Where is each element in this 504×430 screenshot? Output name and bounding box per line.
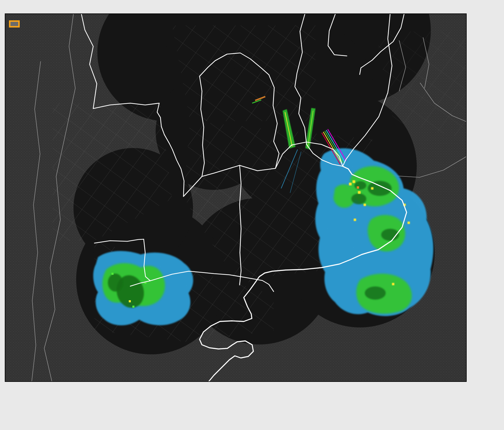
radar-mosaic-figure bbox=[0, 0, 504, 430]
radar-map-canvas bbox=[5, 13, 467, 382]
warning-box bbox=[9, 20, 20, 28]
footer bbox=[0, 382, 504, 430]
radar-map bbox=[5, 13, 467, 382]
dbz-colorbar bbox=[465, 13, 504, 384]
